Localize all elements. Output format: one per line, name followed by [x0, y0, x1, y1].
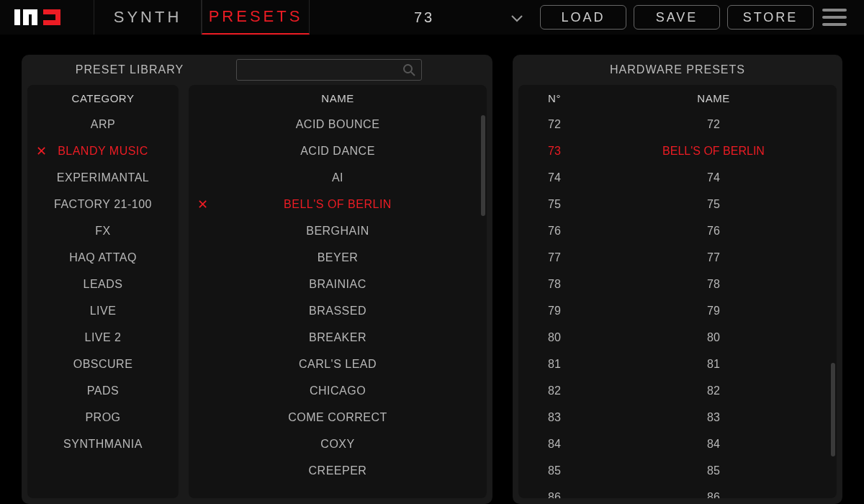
list-item[interactable]: CHICAGO — [189, 377, 487, 404]
hardware-row-number[interactable]: 76 — [518, 217, 590, 244]
preset-number-dropdown[interactable]: 73 — [312, 0, 536, 35]
list-item-label: CREEPER — [309, 464, 367, 477]
list-item[interactable]: COME CORRECT — [189, 404, 487, 431]
svg-rect-6 — [43, 20, 60, 25]
hardware-row-name[interactable]: 85 — [590, 457, 837, 484]
category-list[interactable]: ARP✕BLANDY MUSICEXPERIMANTALFACTORY 21-1… — [27, 111, 179, 498]
list-item-label: COXY — [320, 438, 354, 451]
list-item[interactable]: FACTORY 21-100 — [27, 191, 179, 217]
list-item[interactable]: LIVE — [27, 297, 179, 324]
hardware-row-name[interactable]: 75 — [590, 191, 837, 217]
list-item[interactable]: AI — [189, 164, 487, 191]
tab-synth[interactable]: SYNTH — [94, 0, 202, 35]
list-item-label: CARL'S LEAD — [299, 358, 377, 371]
category-column-header: CATEGORY — [27, 85, 179, 111]
list-item-label: OBSCURE — [73, 358, 133, 371]
hardware-row-name[interactable]: 77 — [590, 244, 837, 271]
svg-line-8 — [411, 72, 415, 76]
list-item[interactable]: HAQ ATTAQ — [27, 244, 179, 271]
list-item-label: BRASSED — [309, 305, 366, 318]
hardware-row-name[interactable]: BELL'S OF BERLIN — [590, 138, 837, 164]
list-item[interactable]: CREEPER — [189, 457, 487, 484]
save-button[interactable]: SAVE — [634, 5, 720, 30]
hardware-row-name[interactable]: 82 — [590, 377, 837, 404]
list-item[interactable]: BREAKER — [189, 324, 487, 351]
hardware-row-name[interactable]: 83 — [590, 404, 837, 431]
top-button-row: LOAD SAVE STORE — [540, 0, 814, 35]
svg-rect-3 — [23, 9, 37, 14]
list-item[interactable]: ACID DANCE — [189, 138, 487, 164]
list-item[interactable]: ✕BELL'S OF BERLIN — [189, 191, 487, 217]
hardware-row-name[interactable]: 81 — [590, 351, 837, 377]
list-item-label: SYNTHMANIA — [63, 438, 143, 451]
hardware-row-number[interactable]: 81 — [518, 351, 590, 377]
list-item[interactable]: COXY — [189, 431, 487, 457]
list-item-label: EXPERIMANTAL — [57, 171, 149, 184]
hardware-row-number[interactable]: 74 — [518, 164, 590, 191]
hardware-row-name[interactable]: 86 — [590, 484, 837, 498]
list-item[interactable]: PADS — [27, 377, 179, 404]
preset-number-value: 73 — [414, 9, 434, 26]
preset-library-panel: PRESET LIBRARY CATEGORY ARP✕BLANDY MUSIC… — [22, 55, 492, 504]
hardware-name-header: NAME — [590, 85, 837, 111]
hardware-row-number[interactable]: 79 — [518, 297, 590, 324]
search-input[interactable] — [237, 60, 421, 80]
list-item[interactable]: EXPERIMANTAL — [27, 164, 179, 191]
hardware-row-name[interactable]: 78 — [590, 271, 837, 297]
list-item-label: BEYER — [318, 251, 359, 264]
menu-button[interactable] — [816, 0, 852, 35]
list-item[interactable]: LEADS — [27, 271, 179, 297]
preset-library-header: PRESET LIBRARY — [22, 55, 492, 85]
name-list[interactable]: ACID BOUNCEACID DANCEAI✕BELL'S OF BERLIN… — [189, 111, 487, 498]
app-logo — [0, 0, 94, 35]
hardware-row-number[interactable]: 72 — [518, 111, 590, 138]
list-item[interactable]: ✕BLANDY MUSIC — [27, 138, 179, 164]
delete-icon[interactable]: ✕ — [197, 197, 209, 212]
hardware-row-name[interactable]: 74 — [590, 164, 837, 191]
list-item-label: BELL'S OF BERLIN — [284, 198, 392, 211]
list-item[interactable]: LIVE 2 — [27, 324, 179, 351]
hardware-row-number[interactable]: 82 — [518, 377, 590, 404]
list-item-label: AI — [332, 171, 343, 184]
hardware-row-number[interactable]: 77 — [518, 244, 590, 271]
hardware-row-number[interactable]: 78 — [518, 271, 590, 297]
name-list-scrollbar[interactable] — [481, 115, 485, 216]
list-item[interactable]: CARL'S LEAD — [189, 351, 487, 377]
tab-presets[interactable]: PRESETS — [202, 0, 310, 35]
hardware-row-number[interactable]: 80 — [518, 324, 590, 351]
list-item-label: ACID BOUNCE — [296, 118, 380, 131]
list-item-label: BREAKER — [309, 331, 366, 344]
list-item[interactable]: SYNTHMANIA — [27, 431, 179, 457]
hardware-row-number[interactable]: 73 — [518, 138, 590, 164]
list-item-label: BERGHAIN — [306, 225, 369, 238]
hardware-list-scrollbar[interactable] — [831, 363, 835, 456]
hardware-row-name[interactable]: 72 — [590, 111, 837, 138]
list-item[interactable]: ACID BOUNCE — [189, 111, 487, 138]
hardware-row-number[interactable]: 84 — [518, 431, 590, 457]
hardware-row-number[interactable]: 83 — [518, 404, 590, 431]
hardware-presets-panel: HARDWARE PRESETS N° 72737475767778798081… — [513, 55, 842, 504]
hardware-name-list[interactable]: 72BELL'S OF BERLIN7475767778798081828384… — [590, 111, 837, 498]
list-item-label: ACID DANCE — [300, 145, 375, 158]
list-item[interactable]: PROG — [27, 404, 179, 431]
list-item[interactable]: ARP — [27, 111, 179, 138]
list-item[interactable]: BRASSED — [189, 297, 487, 324]
list-item[interactable]: FX — [27, 217, 179, 244]
list-item[interactable]: BRAINIAC — [189, 271, 487, 297]
hardware-row-name[interactable]: 84 — [590, 431, 837, 457]
hardware-row-name[interactable]: 79 — [590, 297, 837, 324]
hardware-row-number[interactable]: 86 — [518, 484, 590, 498]
svg-rect-0 — [14, 9, 20, 25]
store-button[interactable]: STORE — [727, 5, 814, 30]
hardware-row-number[interactable]: 75 — [518, 191, 590, 217]
list-item[interactable]: BERGHAIN — [189, 217, 487, 244]
hardware-number-list[interactable]: 727374757677787980818283848586 — [518, 111, 590, 498]
list-item[interactable]: BEYER — [189, 244, 487, 271]
hardware-row-number[interactable]: 85 — [518, 457, 590, 484]
list-item[interactable]: OBSCURE — [27, 351, 179, 377]
search-box[interactable] — [236, 59, 422, 81]
delete-icon[interactable]: ✕ — [36, 143, 48, 159]
hardware-row-name[interactable]: 76 — [590, 217, 837, 244]
hardware-row-name[interactable]: 80 — [590, 324, 837, 351]
load-button[interactable]: LOAD — [540, 5, 626, 30]
